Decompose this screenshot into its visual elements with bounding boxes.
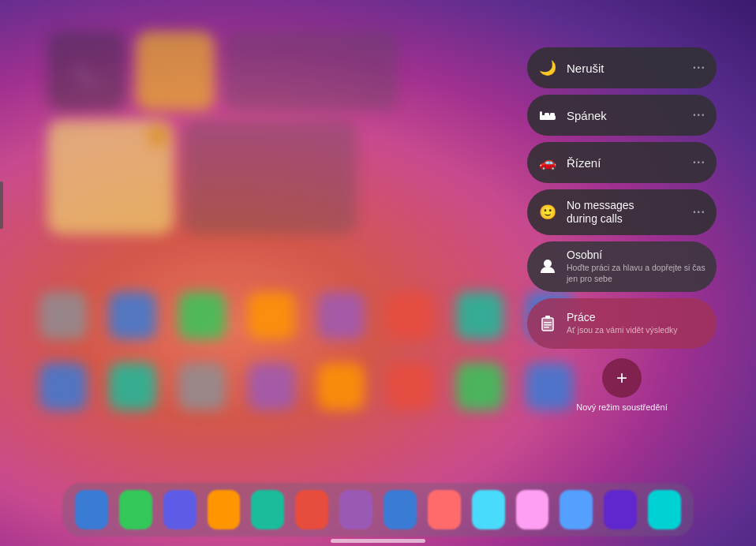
- dock-icon[interactable]: [339, 490, 372, 529]
- focus-subtitle-prace: Ať jsou za vámi vidět výsledky: [567, 325, 705, 336]
- focus-title-no-messages: No messages: [567, 199, 685, 212]
- widget-note: [47, 120, 174, 234]
- car-icon: 🚗: [537, 151, 559, 174]
- focus-more-no-messages[interactable]: ···: [693, 205, 705, 219]
- focus-more-spanek[interactable]: ···: [693, 108, 705, 122]
- dock-icon[interactable]: [384, 490, 417, 529]
- focus-subtitle-osobni: Hoďte práci za hlavu a dopřejte si čas j…: [567, 263, 705, 284]
- svg-rect-3: [550, 113, 555, 116]
- widget-yellow: [136, 32, 215, 110]
- svg-point-4: [544, 260, 552, 267]
- widget-large-1: [183, 120, 357, 234]
- dock: [62, 483, 694, 537]
- bed-icon: [537, 104, 559, 126]
- app-icon: [39, 292, 87, 339]
- app-row-2: [39, 363, 573, 410]
- svg-rect-9: [544, 327, 549, 328]
- svg-rect-7: [544, 322, 552, 323]
- app-icon: [248, 363, 295, 410]
- app-icon: [456, 363, 503, 410]
- focus-label-rizeni: Řízení: [567, 156, 685, 170]
- side-button: [0, 181, 3, 229]
- home-indicator: [331, 539, 425, 543]
- svg-rect-2: [545, 113, 549, 116]
- moon-icon: 🌙: [537, 57, 559, 79]
- emoji-icon: 🙂: [537, 201, 559, 223]
- dock-icon[interactable]: [648, 490, 681, 529]
- focus-more-nerušit[interactable]: ···: [693, 61, 705, 75]
- svg-rect-6: [545, 316, 550, 319]
- dock-icon[interactable]: [163, 490, 196, 529]
- app-icon: [456, 292, 503, 339]
- app-icon: [317, 292, 365, 339]
- svg-rect-8: [544, 324, 552, 326]
- dock-icon[interactable]: [560, 490, 593, 529]
- focus-label-group-osobni: Osobní Hoďte práci za hlavu a dopřejte s…: [567, 249, 705, 284]
- dock-icon[interactable]: [428, 490, 461, 529]
- app-icon: [109, 363, 156, 410]
- app-icon: [317, 363, 365, 410]
- focus-label-spanek: Spánek: [567, 109, 685, 122]
- dock-icon[interactable]: [75, 490, 108, 529]
- focus-label-group-no-messages: No messages during calls: [567, 199, 685, 226]
- focus-more-rizeni[interactable]: ···: [693, 155, 705, 170]
- clipboard-icon: [537, 312, 559, 335]
- widget-terminal: ›_: [47, 32, 126, 110]
- person-icon: [537, 256, 559, 278]
- focus-item-osobni[interactable]: Osobní Hoďte práci za hlavu a dopřejte s…: [527, 241, 717, 292]
- svg-rect-1: [540, 111, 542, 120]
- new-focus-button[interactable]: + Nový režim soustředění: [527, 358, 717, 412]
- focus-label-group-prace: Práce Ať jsou za vámi vidět výsledky: [567, 311, 705, 335]
- widget-medium-1: [224, 32, 398, 110]
- focus-item-prace[interactable]: Práce Ať jsou za vámi vidět výsledky: [527, 298, 717, 349]
- dock-icon[interactable]: [472, 490, 505, 529]
- app-icon: [178, 292, 226, 339]
- focus-item-no-messages[interactable]: 🙂 No messages during calls ···: [527, 189, 717, 235]
- app-icon: [178, 363, 226, 410]
- app-icon: [248, 292, 295, 339]
- dock-icon[interactable]: [604, 490, 637, 529]
- dock-icon[interactable]: [251, 490, 284, 529]
- widgets-area: ›_: [47, 32, 458, 252]
- dock-icon[interactable]: [119, 490, 152, 529]
- focus-title-osobni: Osobní: [567, 249, 705, 262]
- focus-label-nerušit: Nerušit: [567, 62, 685, 75]
- new-focus-circle: +: [602, 358, 642, 398]
- dock-icon[interactable]: [516, 490, 549, 529]
- focus-item-rizeni[interactable]: 🚗 Řízení ···: [527, 142, 717, 183]
- app-icon: [109, 292, 156, 339]
- focus-item-nerušit[interactable]: 🌙 Nerušit ···: [527, 47, 717, 88]
- app-icon: [387, 363, 434, 410]
- focus-item-spanek[interactable]: Spánek ···: [527, 95, 717, 136]
- app-row-1: [39, 292, 573, 339]
- plus-icon: +: [616, 367, 627, 389]
- new-focus-label: Nový režim soustředění: [576, 402, 668, 412]
- focus-title-no-messages-2: during calls: [567, 212, 685, 226]
- app-icon: [387, 292, 434, 339]
- app-icon: [39, 363, 87, 410]
- focus-panel: 🌙 Nerušit ··· Spánek ··· 🚗 Řízení ··· 🙂 …: [527, 47, 717, 412]
- focus-title-prace: Práce: [567, 311, 705, 324]
- dock-icon[interactable]: [295, 490, 328, 529]
- dock-icon[interactable]: [208, 490, 241, 529]
